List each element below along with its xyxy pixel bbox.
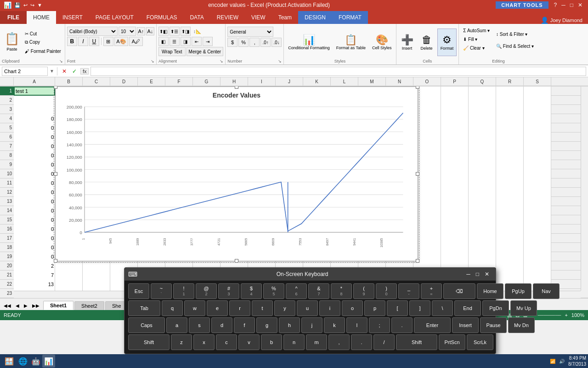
key-minus[interactable]: _-: [398, 283, 419, 299]
cell-Q8[interactable]: [469, 151, 496, 160]
key-slash[interactable]: /: [373, 334, 395, 350]
borders-button[interactable]: ⊞: [103, 37, 113, 46]
cell-Q2[interactable]: [469, 96, 496, 105]
tab-formulas[interactable]: FORMULAS: [140, 11, 184, 24]
font-size-select[interactable]: 10: [119, 27, 136, 36]
decrease-decimal-btn[interactable]: .0↓: [271, 38, 282, 47]
tab-data[interactable]: DATA: [183, 11, 210, 24]
key-f[interactable]: f: [234, 317, 255, 333]
align-left-btn[interactable]: ◧: [158, 37, 169, 46]
cell-C22[interactable]: [83, 280, 110, 289]
scroll-sheets-right[interactable]: ▶▶: [30, 302, 41, 309]
row-num-22[interactable]: 22: [0, 280, 14, 289]
key-mvup[interactable]: Mv Up: [510, 300, 537, 316]
conditional-formatting-btn[interactable]: 📊 Conditional Formatting: [286, 29, 332, 56]
cell-P19[interactable]: [441, 252, 469, 261]
key-lbracket[interactable]: [: [387, 300, 408, 316]
tab-team[interactable]: Team: [272, 11, 298, 24]
find-select-btn[interactable]: 🔍 Find & Select ▾: [494, 42, 536, 50]
key-3[interactable]: #3: [218, 283, 239, 299]
key-r[interactable]: r: [229, 300, 250, 316]
cell-P4[interactable]: [441, 114, 469, 123]
key-l[interactable]: l: [346, 317, 368, 333]
cell-Q10[interactable]: [469, 169, 496, 178]
cell-R21[interactable]: [496, 270, 524, 280]
cell-S16[interactable]: [524, 224, 551, 234]
cell-S3[interactable]: [524, 105, 551, 114]
cell-S7[interactable]: [524, 142, 551, 151]
key-w[interactable]: w: [184, 300, 205, 316]
key-8[interactable]: *8: [331, 283, 352, 299]
key-5[interactable]: %5: [263, 283, 284, 299]
key-m[interactable]: m: [306, 334, 327, 350]
row-num-17[interactable]: 17: [0, 234, 14, 243]
col-header-s[interactable]: S: [524, 77, 551, 86]
cell-P11[interactable]: [441, 178, 469, 188]
cell-Q16[interactable]: [469, 224, 496, 234]
key-x[interactable]: x: [193, 334, 215, 350]
cell-Q5[interactable]: [469, 123, 496, 132]
scroll-sheets-back[interactable]: ◀: [14, 302, 21, 309]
scroll-sheets-forward[interactable]: ▶: [22, 302, 29, 309]
taskbar-icon-robot[interactable]: 🤖: [29, 355, 42, 368]
maximize-btn[interactable]: □: [568, 2, 575, 8]
cell-A2[interactable]: [14, 96, 55, 105]
name-box[interactable]: Chart 2: [2, 67, 48, 76]
tab-review[interactable]: REVIEW: [210, 11, 245, 24]
key-insert[interactable]: Insert: [452, 317, 479, 333]
fill-btn[interactable]: ⬇ Fill ▾: [461, 35, 492, 43]
row-num-18[interactable]: 18: [0, 243, 14, 252]
cell-S6[interactable]: [524, 132, 551, 142]
col-header-j[interactable]: J: [276, 77, 303, 86]
cut-button[interactable]: ✂ Cut: [23, 29, 63, 38]
key-mvdn[interactable]: Mv Dn: [508, 317, 535, 333]
zoom-in-btn[interactable]: +: [565, 312, 567, 318]
wrap-text-btn[interactable]: Wrap Text: [158, 47, 186, 56]
key-z[interactable]: z: [171, 334, 192, 350]
align-right-btn[interactable]: ◨: [181, 37, 191, 46]
key-pgdn[interactable]: PgDn: [482, 300, 509, 316]
cell-A7[interactable]: 0: [14, 142, 55, 151]
col-header-l[interactable]: L: [331, 77, 358, 86]
row-num-11[interactable]: 11: [0, 178, 14, 188]
keyboard-maximize-btn[interactable]: □: [473, 271, 482, 277]
row-num-23[interactable]: 23: [0, 289, 14, 298]
cell-B20[interactable]: [55, 261, 83, 270]
italic-button[interactable]: I: [78, 37, 88, 46]
cell-P5[interactable]: [441, 123, 469, 132]
key-k[interactable]: k: [324, 317, 345, 333]
cell-A5[interactable]: 0: [14, 123, 55, 132]
alignment-expand[interactable]: ↘: [220, 59, 223, 63]
row-num-7[interactable]: 7: [0, 142, 14, 151]
cell-Q7[interactable]: [469, 142, 496, 151]
cell-R14[interactable]: [496, 206, 524, 215]
key-i[interactable]: i: [319, 300, 340, 316]
key-shift-left[interactable]: Shift: [128, 334, 170, 350]
cell-R5[interactable]: [496, 123, 524, 132]
cell-S17[interactable]: [524, 234, 551, 243]
tab-view[interactable]: VIEW: [245, 11, 272, 24]
cell-R13[interactable]: [496, 197, 524, 206]
key-u[interactable]: u: [297, 300, 318, 316]
fill-color-button[interactable]: A🎨: [114, 37, 128, 46]
zoom-slider[interactable]: ────────: [537, 313, 561, 317]
resize-handle-bottom-left[interactable]: [54, 259, 57, 263]
name-box-dropdown[interactable]: ▼: [50, 69, 54, 74]
cell-R15[interactable]: [496, 215, 524, 224]
taskbar-icon-browser[interactable]: 🌐: [17, 355, 29, 368]
customize-btn[interactable]: ▼: [37, 2, 42, 8]
cell-P10[interactable]: [441, 169, 469, 178]
col-header-r[interactable]: R: [496, 77, 524, 86]
align-top-left-btn[interactable]: ⬆◧: [158, 27, 169, 36]
key-pause[interactable]: Pause: [480, 317, 507, 333]
row-num-2[interactable]: 2: [0, 96, 14, 105]
clipboard-expand[interactable]: ↘: [59, 59, 63, 63]
col-header-p[interactable]: P: [441, 77, 469, 86]
tab-home[interactable]: HOME: [27, 11, 56, 24]
cell-A19[interactable]: 0: [14, 252, 55, 261]
key-a[interactable]: a: [166, 317, 187, 333]
align-top-right-btn[interactable]: ⬆◨: [181, 27, 191, 36]
chart-embedded[interactable]: Encoder Values200,000180,000160,000140,0…: [55, 86, 418, 261]
key-2[interactable]: @2: [196, 283, 217, 299]
cell-A15[interactable]: 0: [14, 215, 55, 224]
